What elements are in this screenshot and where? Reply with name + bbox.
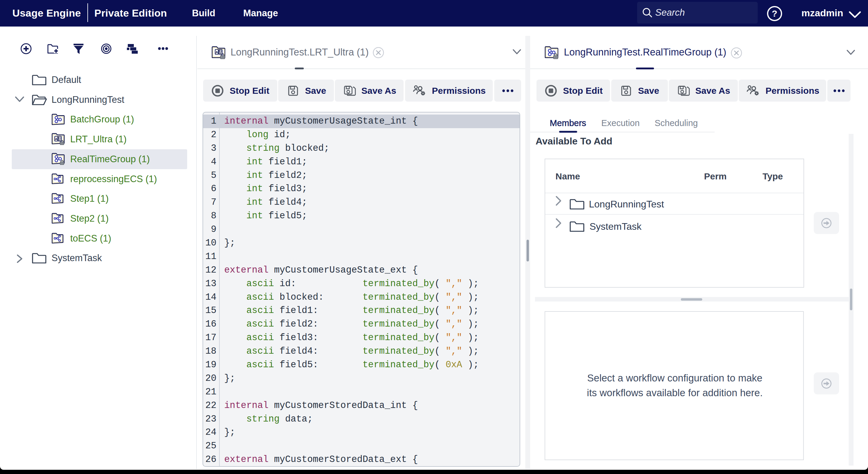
svg-text:A: A <box>55 137 58 141</box>
svg-text:01: 01 <box>219 50 222 53</box>
svg-text:A: A <box>216 50 218 54</box>
svg-text:01: 01 <box>59 137 61 139</box>
svg-text:?: ? <box>772 8 777 19</box>
